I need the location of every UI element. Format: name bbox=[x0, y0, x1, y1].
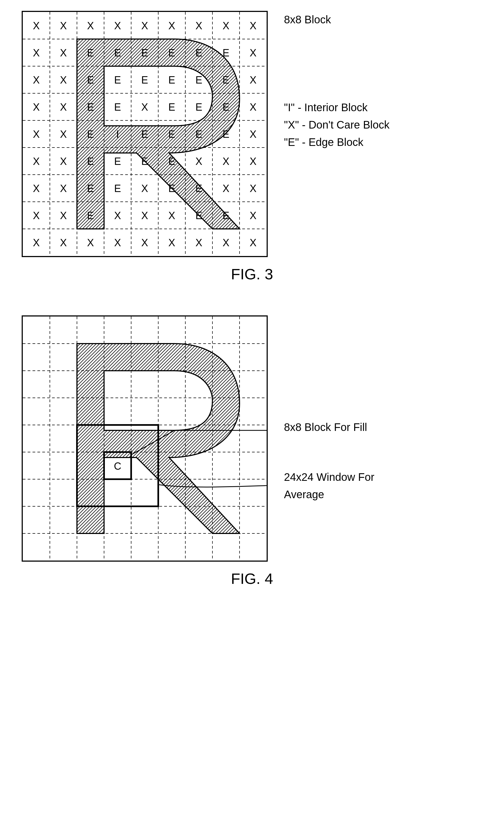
grid-cell-label: X bbox=[250, 183, 256, 194]
grid-cell-label: X bbox=[60, 128, 67, 140]
grid-cell-label: E bbox=[114, 74, 121, 86]
grid-cell-label: X bbox=[250, 128, 256, 140]
grid-cell-label: E bbox=[222, 47, 229, 59]
grid-cell-label: E bbox=[168, 183, 175, 194]
annot-fill-block: 8x8 Block For Fill bbox=[284, 418, 392, 436]
grid-cell-label: X bbox=[250, 156, 256, 167]
grid-cell-label: E bbox=[195, 74, 202, 86]
grid-cell-label: I bbox=[116, 128, 119, 140]
grid-cell-label: X bbox=[33, 128, 40, 140]
grid-cell-label: E bbox=[195, 101, 202, 113]
grid-cell-label: X bbox=[114, 237, 121, 249]
grid-cell-label: E bbox=[222, 210, 229, 221]
grid-cell-label: X bbox=[195, 156, 202, 167]
grid-cell-label: X bbox=[168, 20, 175, 31]
grid-cell-label: X bbox=[168, 210, 175, 221]
fig4-grid: C bbox=[22, 315, 268, 562]
grid-cell-label: E bbox=[114, 183, 121, 194]
grid-cell-label: E bbox=[195, 47, 202, 59]
grid-cell-label: E bbox=[222, 101, 229, 113]
grid-cell-label: X bbox=[60, 210, 67, 221]
grid-cell-label: E bbox=[87, 74, 94, 86]
grid-cell-label: E bbox=[141, 156, 148, 167]
grid-cell-label: X bbox=[250, 47, 256, 59]
grid-cell-label: X bbox=[222, 183, 229, 194]
grid-cell-label: E bbox=[195, 128, 202, 140]
grid-cell-label: E bbox=[168, 128, 175, 140]
grid-cell-label: X bbox=[250, 101, 256, 113]
grid-cell-label: X bbox=[222, 156, 229, 167]
grid-cell-label: X bbox=[141, 210, 148, 221]
grid-cell-label: E bbox=[168, 156, 175, 167]
grid-cell-label: E bbox=[141, 47, 148, 59]
grid-cell-label: E bbox=[222, 128, 229, 140]
annot-8x8-block: 8x8 Block bbox=[284, 11, 390, 28]
grid-cell-label: E bbox=[87, 210, 94, 221]
legend-i: "I" - Interior Block bbox=[284, 99, 390, 116]
grid-cell-label: E bbox=[195, 210, 202, 221]
grid-cell-label: E bbox=[222, 74, 229, 86]
annot-window: 24x24 Window For Average bbox=[284, 468, 392, 503]
grid-cell-label: X bbox=[250, 210, 256, 221]
grid-cell-label: E bbox=[87, 47, 94, 59]
grid-cell-label: X bbox=[33, 156, 40, 167]
grid-cell-label: E bbox=[114, 156, 121, 167]
grid-cell-label: X bbox=[33, 74, 40, 86]
grid-cell-label: X bbox=[250, 237, 256, 249]
grid-cell-label: X bbox=[60, 20, 67, 31]
figure-4: C 8x8 Block For Fill 24x24 Window For Av… bbox=[22, 315, 482, 587]
grid-cell-label: X bbox=[250, 20, 256, 31]
grid-cell-label: X bbox=[87, 237, 94, 249]
grid-cell-label: X bbox=[60, 156, 67, 167]
grid-cell-label: X bbox=[250, 74, 256, 86]
grid-cell-label: E bbox=[87, 156, 94, 167]
grid-cell-label: X bbox=[141, 101, 148, 113]
fig3-cell-labels: XXXXXXXXXXXEEEEEEXXXEEEEEEXXXEEXEEEXXXEI… bbox=[33, 20, 256, 249]
grid-cell-label: X bbox=[195, 237, 202, 249]
grid-cell-label: E bbox=[195, 183, 202, 194]
grid-cell-label: E bbox=[168, 47, 175, 59]
grid-cell-label: E bbox=[87, 101, 94, 113]
grid-cell-label: X bbox=[33, 183, 40, 194]
grid-cell-label: X bbox=[60, 101, 67, 113]
grid-cell-label: X bbox=[60, 183, 67, 194]
grid-cell-label: E bbox=[87, 128, 94, 140]
grid-cell-label: E bbox=[168, 101, 175, 113]
grid-cell-label: X bbox=[168, 237, 175, 249]
grid-cell-label: X bbox=[60, 74, 67, 86]
grid-cell-label: E bbox=[141, 74, 148, 86]
grid-cell-label: E bbox=[141, 128, 148, 140]
grid-cell-label: X bbox=[141, 237, 148, 249]
grid-cell-label: X bbox=[141, 20, 148, 31]
grid-cell-label: X bbox=[33, 210, 40, 221]
grid-cell-label: X bbox=[222, 237, 229, 249]
grid-cell-label: X bbox=[33, 237, 40, 249]
grid-cell-label: E bbox=[87, 183, 94, 194]
grid-cell-label: X bbox=[33, 47, 40, 59]
grid-cell-label: E bbox=[114, 101, 121, 113]
grid-cell-label: X bbox=[33, 101, 40, 113]
fig3-grid: XXXXXXXXXXXEEEEEEXXXEEEEEEXXXEEXEEEXXXEI… bbox=[22, 11, 268, 257]
grid-cell-label: X bbox=[222, 20, 229, 31]
grid-cell-label: E bbox=[114, 47, 121, 59]
figure-3: XXXXXXXXXXXEEEEEEXXXEEEEEEXXXEEXEEEXXXEI… bbox=[22, 11, 482, 283]
grid-cell-label: X bbox=[60, 47, 67, 59]
legend-x: "X" - Don't Care Block bbox=[284, 116, 390, 133]
grid-cell-label: X bbox=[141, 183, 148, 194]
grid-cell-label: X bbox=[114, 210, 121, 221]
center-label: C bbox=[114, 460, 121, 472]
legend-e: "E" - Edge Block bbox=[284, 133, 390, 151]
grid-cell-label: X bbox=[114, 20, 121, 31]
fig4-caption: FIG. 4 bbox=[22, 570, 482, 587]
grid-cell-label: E bbox=[168, 74, 175, 86]
grid-cell-label: X bbox=[60, 237, 67, 249]
grid-cell-label: X bbox=[87, 20, 94, 31]
fig3-caption: FIG. 3 bbox=[22, 265, 482, 283]
grid-cell-label: X bbox=[33, 20, 40, 31]
grid-cell-label: X bbox=[195, 20, 202, 31]
